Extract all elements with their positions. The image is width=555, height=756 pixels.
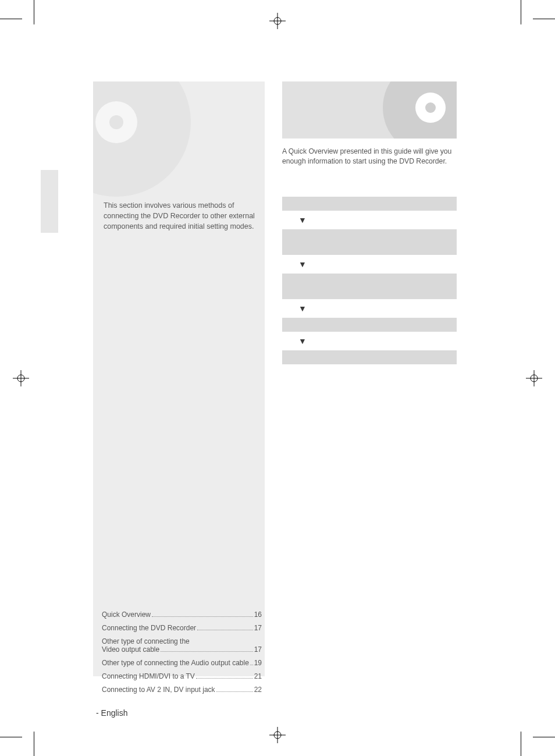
toc-page-number: 19 <box>254 659 262 667</box>
toc-label: Other type of connecting the Audio outpu… <box>102 659 249 667</box>
crop-mark <box>533 737 555 737</box>
toc-entry: Connecting the DVD Recorder 17 <box>102 624 262 632</box>
toc-entry: Other type of connecting the Video outpu… <box>102 637 262 654</box>
down-arrow-icon: ▼ <box>282 211 457 229</box>
step-bar <box>282 350 457 364</box>
left-intro-panel: This section involves various methods of… <box>93 81 265 676</box>
toc-label: Connecting the DVD Recorder <box>102 624 196 632</box>
crop-mark <box>34 732 34 756</box>
toc-page-number: 22 <box>254 686 262 694</box>
toc-page-number: 17 <box>254 624 262 632</box>
table-of-contents: Quick Overview 16 Connecting the DVD Rec… <box>102 611 262 699</box>
toc-entry: Connecting to AV 2 IN, DV input jack 22 <box>102 686 262 694</box>
down-arrow-icon: ▼ <box>282 255 457 274</box>
disc-graphic-icon <box>93 81 192 198</box>
toc-label: Video output cable <box>102 645 159 654</box>
toc-page-number: 17 <box>254 645 262 654</box>
toc-label: Other type of connecting the <box>102 637 262 645</box>
svg-point-17 <box>425 102 436 113</box>
toc-leader <box>196 677 253 679</box>
crop-mark <box>0 737 22 737</box>
right-column: A Quick Overview presented in this guide… <box>282 81 457 364</box>
toc-leader <box>152 616 253 617</box>
toc-page-number: 21 <box>254 672 262 680</box>
section-intro-text: This section involves various methods of… <box>104 200 257 232</box>
registration-mark-icon <box>269 13 286 29</box>
toc-entry: Quick Overview 16 <box>102 611 262 619</box>
toc-label: Quick Overview <box>102 611 151 619</box>
step-bar <box>282 274 457 299</box>
step-bar <box>282 229 457 255</box>
down-arrow-icon: ▼ <box>282 299 457 318</box>
page-footer-language: - English <box>96 708 127 718</box>
svg-point-14 <box>109 115 123 129</box>
registration-mark-icon <box>13 370 29 386</box>
toc-page-number: 16 <box>254 611 262 619</box>
registration-mark-icon <box>526 370 542 386</box>
toc-label: Connecting to AV 2 IN, DV input jack <box>102 686 215 694</box>
crop-mark <box>521 0 521 24</box>
crop-mark <box>0 19 22 19</box>
step-bar <box>282 318 457 332</box>
section-side-tab <box>41 170 58 233</box>
registration-mark-icon <box>269 727 286 743</box>
toc-leader <box>216 691 253 692</box>
toc-leader <box>197 629 253 630</box>
disc-graphic-icon <box>381 81 457 139</box>
step-bar <box>282 197 457 211</box>
toc-entry: Connecting HDMI/DVI to a TV 21 <box>102 672 262 680</box>
crop-mark <box>533 19 555 19</box>
down-arrow-icon: ▼ <box>282 332 457 350</box>
toc-entry: Other type of connecting the Audio outpu… <box>102 659 262 667</box>
right-header-banner <box>282 81 457 139</box>
crop-mark <box>521 732 521 756</box>
page-body: This section involves various methods of… <box>41 35 514 721</box>
toc-leader <box>161 651 252 652</box>
steps-flow: ▼ ▼ ▼ ▼ <box>282 197 457 364</box>
toc-label: Connecting HDMI/DVI to a TV <box>102 672 195 680</box>
quick-overview-intro: A Quick Overview presented in this guide… <box>282 147 457 166</box>
crop-mark <box>34 0 34 24</box>
toc-leader <box>250 664 253 665</box>
